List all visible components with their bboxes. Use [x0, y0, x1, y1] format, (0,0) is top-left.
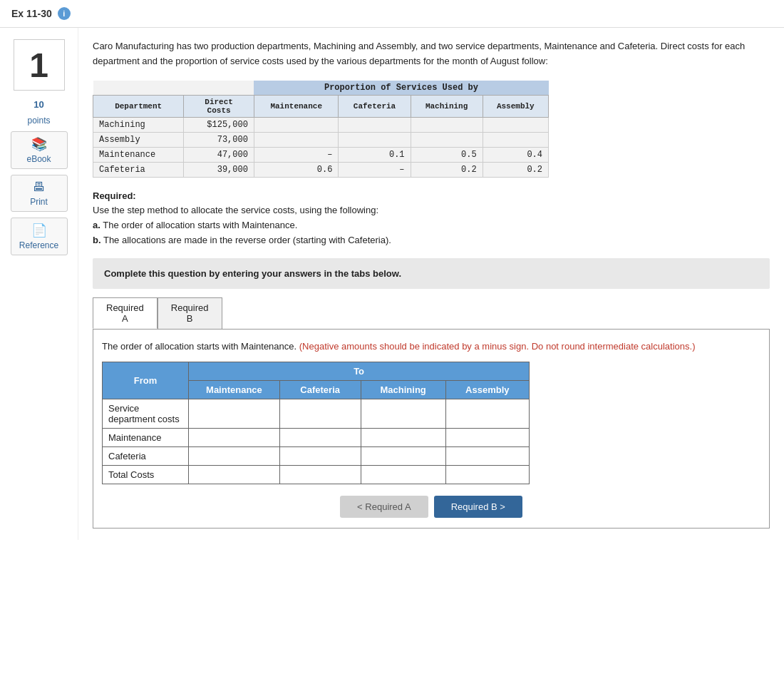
data-cell [254, 117, 339, 132]
points-value: 10 [33, 99, 43, 110]
data-cell [339, 117, 411, 132]
required-instruction: Use the step method to allocate the serv… [93, 203, 770, 218]
alloc-input-cell[interactable] [445, 466, 529, 484]
reference-icon: 📄 [31, 223, 47, 238]
note-main: The order of allocation starts with Main… [102, 341, 296, 352]
proportion-header: Proportion of Services Used by [254, 81, 548, 96]
info-icon[interactable]: i [58, 7, 71, 20]
data-cell: – [339, 162, 411, 177]
alloc-input-cell[interactable] [279, 429, 361, 447]
data-cell [483, 117, 548, 132]
alloc-row-label: Service department costs [103, 399, 189, 429]
alloc-col-header: Assembly [445, 381, 529, 399]
alloc-input[interactable] [190, 432, 278, 443]
col-maintenance: Maintenance [254, 95, 339, 117]
problem-text: Caro Manufacturing has two production de… [93, 39, 770, 69]
alloc-row-label: Total Costs [103, 466, 189, 484]
tabs-row: RequiredA RequiredB [93, 297, 770, 330]
alloc-input-cell[interactable] [189, 399, 280, 429]
alloc-input[interactable] [363, 409, 444, 419]
data-cell [483, 132, 548, 147]
reference-button[interactable]: 📄 Reference [11, 218, 68, 255]
part-a-text: The order of allocation starts with Main… [103, 220, 297, 230]
alloc-input[interactable] [363, 451, 444, 461]
next-button[interactable]: Required B > [434, 496, 522, 518]
alloc-input[interactable] [282, 409, 359, 419]
nav-buttons: < Required A Required B > [102, 496, 760, 518]
alloc-input[interactable] [190, 409, 278, 419]
data-cell: 0.4 [483, 147, 548, 162]
alloc-input[interactable] [363, 469, 444, 480]
allocation-note: The order of allocation starts with Main… [102, 340, 760, 354]
alloc-input-cell[interactable] [361, 466, 445, 484]
part-b-label: b. [93, 235, 101, 245]
alloc-input-cell[interactable] [361, 447, 445, 466]
tab-content: The order of allocation starts with Main… [93, 330, 770, 529]
alloc-input[interactable] [363, 432, 444, 443]
ebook-icon: 📚 [31, 136, 47, 152]
alloc-col-header: Cafeteria [279, 381, 361, 399]
data-table-wrapper: Proportion of Services Used by Departmen… [93, 81, 770, 178]
complete-box: Complete this question by entering your … [93, 258, 770, 289]
alloc-input[interactable] [190, 451, 278, 461]
alloc-input[interactable] [282, 432, 359, 443]
data-cell: 73,000 [184, 132, 254, 147]
print-button[interactable]: 🖶 Print [11, 175, 68, 212]
data-cell: 47,000 [184, 147, 254, 162]
top-bar: Ex 11-30 i [0, 0, 784, 28]
data-cell: Assembly [93, 132, 184, 147]
required-section: Required: Use the step method to allocat… [93, 189, 770, 248]
print-icon: 🖶 [33, 180, 46, 195]
alloc-input-cell[interactable] [189, 429, 280, 447]
exercise-title: Ex 11-30 [11, 8, 52, 19]
reference-label: Reference [19, 240, 58, 250]
left-sidebar: 1 10 points 📚 eBook 🖶 Print 📄 Reference [0, 28, 78, 540]
allocation-table: From To MaintenanceCafeteriaMachiningAss… [102, 362, 530, 484]
alloc-input-cell[interactable] [445, 447, 529, 466]
col-cafeteria: Cafeteria [339, 95, 411, 117]
tab-required-a[interactable]: RequiredA [93, 297, 158, 329]
prev-button[interactable]: < Required A [340, 496, 428, 518]
alloc-input[interactable] [448, 409, 527, 419]
alloc-input[interactable] [448, 451, 527, 461]
data-cell: 0.2 [411, 162, 483, 177]
part-a-label: a. [93, 220, 100, 230]
ebook-button[interactable]: 📚 eBook [11, 131, 68, 169]
data-cell: Maintenance [93, 147, 184, 162]
to-header: To [189, 362, 530, 381]
data-cell: Machining [93, 117, 184, 132]
data-cell [411, 117, 483, 132]
required-heading: Required: [93, 190, 136, 201]
alloc-input-cell[interactable] [189, 466, 280, 484]
alloc-input-cell[interactable] [445, 429, 529, 447]
alloc-input-cell[interactable] [279, 466, 361, 484]
alloc-input-cell[interactable] [361, 399, 445, 429]
data-cell: Cafeteria [93, 162, 184, 177]
ebook-label: eBook [26, 154, 51, 164]
data-cell: 0.5 [411, 147, 483, 162]
from-header: From [103, 362, 189, 399]
alloc-input-cell[interactable] [279, 447, 361, 466]
alloc-input[interactable] [448, 469, 527, 480]
content-area: Caro Manufacturing has two production de… [78, 28, 784, 540]
alloc-input[interactable] [190, 469, 278, 480]
col-direct-costs: DirectCosts [184, 95, 254, 117]
alloc-row-label: Cafeteria [103, 447, 189, 466]
col-department: Department [93, 95, 184, 117]
note-red: (Negative amounts should be indicated by… [299, 341, 696, 352]
alloc-input-cell[interactable] [189, 447, 280, 466]
alloc-input[interactable] [448, 432, 527, 443]
alloc-col-header: Maintenance [189, 381, 280, 399]
alloc-col-header: Machining [361, 381, 445, 399]
points-label: points [27, 116, 50, 126]
alloc-input-cell[interactable] [445, 399, 529, 429]
alloc-input[interactable] [282, 469, 359, 480]
tab-required-b[interactable]: RequiredB [158, 297, 222, 329]
data-cell: 0.2 [483, 162, 548, 177]
col-assembly: Assembly [483, 95, 548, 117]
part-b-text: The allocations are made in the reverse … [103, 235, 391, 245]
alloc-input[interactable] [282, 451, 359, 461]
alloc-input-cell[interactable] [279, 399, 361, 429]
data-cell: 0.6 [254, 162, 339, 177]
alloc-input-cell[interactable] [361, 429, 445, 447]
